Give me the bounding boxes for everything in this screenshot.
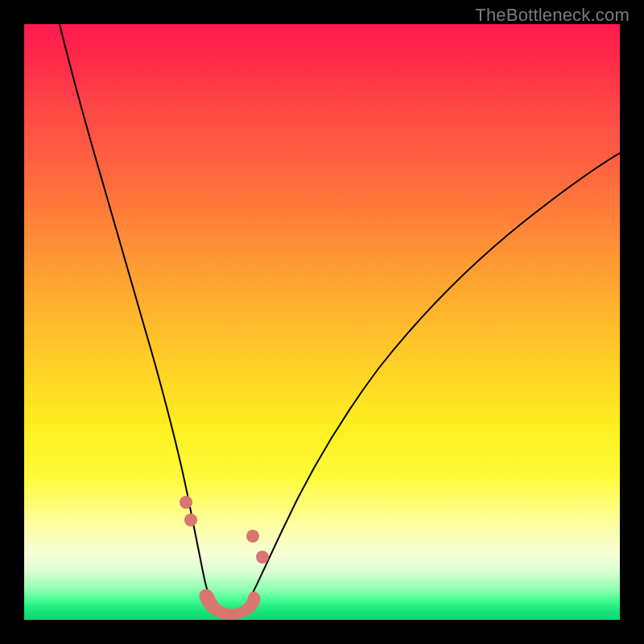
data-marker — [246, 530, 259, 543]
data-marker — [256, 551, 269, 564]
bottleneck-curve — [60, 24, 620, 618]
watermark-text: TheBottleneck.com — [475, 5, 630, 26]
plot-area — [24, 24, 620, 620]
curve-layer — [24, 24, 620, 620]
data-marker — [180, 496, 192, 509]
valley-band — [200, 589, 261, 620]
chart-frame: TheBottleneck.com — [0, 0, 644, 644]
data-marker — [184, 514, 197, 526]
